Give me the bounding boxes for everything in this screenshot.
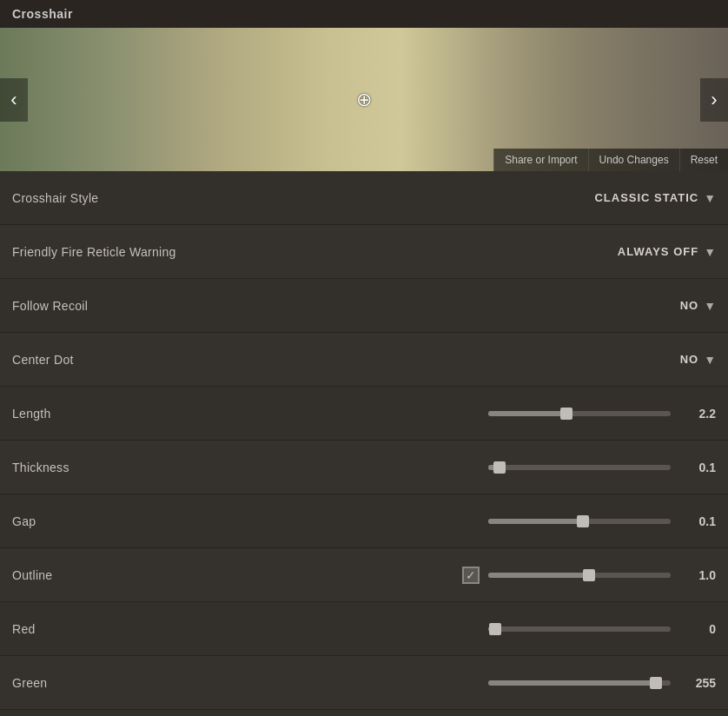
slider-track-outline[interactable] — [488, 573, 671, 578]
setting-row-crosshair-style: Crosshair StyleCLASSIC STATIC▼ — [0, 171, 728, 225]
setting-row-friendly-fire: Friendly Fire Reticle WarningALWAYS OFF▼ — [0, 225, 728, 279]
setting-row-red: Red0 — [0, 602, 728, 656]
page-title: Crosshair — [12, 7, 73, 21]
setting-row-length: Length2.2 — [0, 387, 728, 441]
slider-fill-outline — [488, 573, 589, 578]
setting-row-blue: Blue255 — [0, 710, 728, 716]
slider-value-length: 2.2 — [679, 407, 716, 421]
settings-container: Crosshair StyleCLASSIC STATIC▼Friendly F… — [0, 171, 728, 716]
dropdown-value-follow-recoil: NO — [680, 299, 699, 312]
control-green: 255 — [203, 676, 716, 690]
checkbox-outline[interactable]: ✓ — [462, 567, 480, 584]
control-friendly-fire: ALWAYS OFF▼ — [203, 245, 716, 259]
label-friendly-fire: Friendly Fire Reticle Warning — [12, 245, 203, 259]
undo-changes-button[interactable]: Undo Changes — [588, 149, 679, 171]
chevron-down-icon-follow-recoil: ▼ — [704, 299, 716, 313]
slider-fill-gap — [488, 519, 583, 524]
slider-fill-green — [488, 680, 656, 686]
prev-icon: ‹ — [10, 89, 17, 111]
slider-track-green[interactable] — [488, 680, 671, 686]
dropdown-crosshair-style[interactable]: CLASSIC STATIC▼ — [594, 191, 716, 205]
slider-value-outline: 1.0 — [679, 568, 716, 582]
next-icon: › — [711, 89, 717, 111]
label-gap: Gap — [12, 514, 203, 528]
setting-row-gap: Gap0.1 — [0, 494, 728, 548]
label-outline: Outline — [12, 568, 203, 582]
dropdown-value-crosshair-style: CLASSIC STATIC — [594, 191, 698, 204]
title-bar: Crosshair — [0, 0, 728, 28]
slider-value-red: 0 — [679, 622, 716, 636]
label-crosshair-style: Crosshair Style — [12, 191, 203, 205]
setting-row-center-dot: Center DotNO▼ — [0, 333, 728, 387]
slider-track-thickness[interactable] — [488, 465, 671, 470]
slider-wrapper-thickness: 0.1 — [488, 461, 716, 474]
label-red: Red — [12, 622, 203, 636]
slider-track-gap[interactable] — [488, 519, 671, 524]
dropdown-value-friendly-fire: ALWAYS OFF — [618, 245, 698, 258]
label-thickness: Thickness — [12, 461, 203, 474]
slider-wrapper-gap: 0.1 — [488, 514, 716, 528]
share-import-button[interactable]: Share or Import — [493, 149, 587, 171]
slider-thumb-green[interactable] — [650, 677, 662, 689]
setting-row-thickness: Thickness0.1 — [0, 441, 728, 494]
slider-wrapper-green: 255 — [488, 676, 716, 690]
checkbox-control-outline: ✓1.0 — [462, 567, 716, 584]
slider-value-gap: 0.1 — [679, 514, 716, 528]
slider-thumb-gap[interactable] — [577, 515, 589, 527]
control-crosshair-style: CLASSIC STATIC▼ — [203, 191, 716, 205]
control-gap: 0.1 — [203, 514, 716, 528]
label-center-dot: Center Dot — [12, 353, 203, 367]
control-outline: ✓1.0 — [203, 567, 716, 584]
next-button[interactable]: › — [700, 78, 728, 122]
setting-row-green: Green255 — [0, 656, 728, 710]
chevron-down-icon-crosshair-style: ▼ — [704, 191, 716, 205]
slider-thumb-red[interactable] — [489, 623, 501, 635]
control-center-dot: NO▼ — [203, 353, 716, 367]
label-follow-recoil: Follow Recoil — [12, 299, 203, 313]
label-green: Green — [12, 676, 203, 690]
preview-area: ⊕ ‹ › Share or Import Undo Changes Reset — [0, 28, 728, 171]
setting-row-outline: Outline✓1.0 — [0, 548, 728, 602]
setting-row-follow-recoil: Follow RecoilNO▼ — [0, 279, 728, 333]
preview-actions: Share or Import Undo Changes Reset — [493, 149, 728, 171]
dropdown-friendly-fire[interactable]: ALWAYS OFF▼ — [618, 245, 716, 259]
crosshair-symbol: ⊕ — [356, 90, 372, 109]
reset-button[interactable]: Reset — [679, 149, 728, 171]
slider-thumb-length[interactable] — [560, 408, 572, 420]
dropdown-follow-recoil[interactable]: NO▼ — [680, 299, 716, 313]
chevron-down-icon-center-dot: ▼ — [704, 353, 716, 367]
control-length: 2.2 — [203, 407, 716, 421]
slider-value-green: 255 — [679, 676, 716, 690]
label-length: Length — [12, 407, 203, 421]
chevron-down-icon-friendly-fire: ▼ — [704, 245, 716, 259]
control-follow-recoil: NO▼ — [203, 299, 716, 313]
control-red: 0 — [203, 622, 716, 636]
slider-track-red[interactable] — [488, 626, 671, 632]
slider-track-length[interactable] — [488, 411, 671, 416]
prev-button[interactable]: ‹ — [0, 78, 28, 122]
slider-value-thickness: 0.1 — [679, 461, 716, 474]
control-thickness: 0.1 — [203, 461, 716, 474]
slider-thumb-outline[interactable] — [583, 569, 595, 581]
slider-wrapper-red: 0 — [488, 622, 716, 636]
dropdown-value-center-dot: NO — [680, 353, 699, 366]
slider-fill-length — [488, 411, 566, 416]
slider-wrapper-length: 2.2 — [488, 407, 716, 421]
checkmark-icon-outline: ✓ — [466, 569, 476, 581]
dropdown-center-dot[interactable]: NO▼ — [680, 353, 716, 367]
slider-thumb-thickness[interactable] — [493, 461, 506, 474]
